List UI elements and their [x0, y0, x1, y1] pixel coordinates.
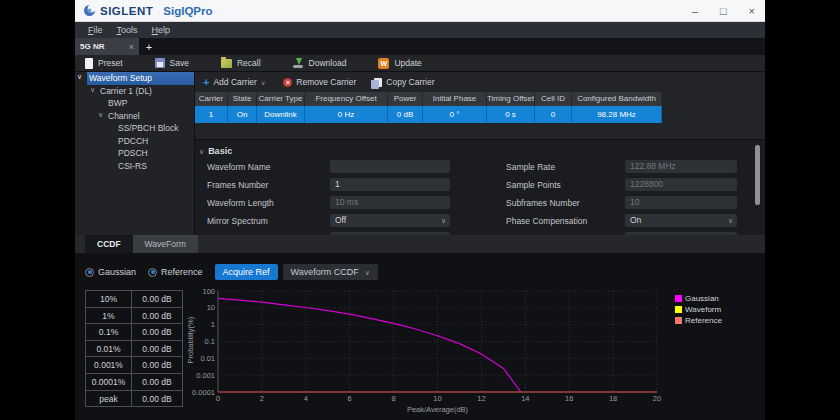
- gaussian-radio[interactable]: Gaussian: [85, 267, 136, 277]
- waveform-ccdf-dropdown[interactable]: Waveform CCDF∨: [283, 264, 378, 280]
- chevron-down-icon: ∨: [199, 148, 204, 155]
- carrier-toolbar: +Add Carrier∨✕Remove CarrierCopy Carrier: [195, 72, 765, 92]
- x-tick-label: 6: [348, 394, 352, 403]
- subframes-number-label: Subframes Number: [506, 198, 580, 208]
- update-button[interactable]: WUpdate: [378, 58, 421, 69]
- preset-button[interactable]: Preset: [85, 58, 123, 69]
- x-tick-label: 18: [609, 394, 617, 403]
- y-tick-label: 100: [202, 287, 215, 296]
- gaussian-curve: [218, 298, 521, 392]
- vertical-scrollbar[interactable]: [755, 145, 760, 205]
- copy-carrier-button[interactable]: Copy Carrier: [374, 77, 434, 87]
- carrier-cell: Downlink: [257, 106, 305, 123]
- basic-section-label: Basic: [208, 146, 232, 156]
- chart-legend: GaussianWaveformReference: [675, 293, 722, 326]
- update-label: Update: [394, 58, 421, 68]
- menu-bar: FileToolsHelp: [75, 22, 765, 38]
- tree-item-label: PDCCH: [118, 136, 148, 146]
- legend-swatch: [675, 295, 682, 302]
- carrier-panel: +Add Carrier∨✕Remove CarrierCopy Carrier…: [195, 72, 765, 235]
- menu-file[interactable]: File: [81, 25, 110, 35]
- carrier-button-label: Add Carrier: [213, 77, 256, 87]
- tab-close-icon[interactable]: ×: [129, 42, 134, 52]
- y-tick-label: 10: [207, 303, 215, 312]
- app-title: SigIQPro: [163, 5, 212, 17]
- column-header: Configured Bandwidth: [572, 92, 662, 106]
- stats-row: 0.001%0.00 dB: [86, 357, 183, 374]
- basic-section-header[interactable]: ∨Basic: [199, 146, 232, 156]
- mirror-spectrum-select[interactable]: Off∨: [330, 214, 450, 227]
- stats-percent-cell: 1%: [86, 308, 132, 325]
- legend-label: Reference: [685, 316, 722, 325]
- tree-item-waveform-setup[interactable]: ∨Waveform Setup: [87, 72, 194, 85]
- carrier-cell: 1: [195, 106, 228, 123]
- radio-label: Reference: [161, 267, 203, 277]
- tree-item-ss-pbch-block[interactable]: SS/PBCH Block: [75, 122, 194, 135]
- legend-item-reference: Reference: [675, 315, 722, 326]
- legend-item-waveform: Waveform: [675, 304, 722, 315]
- chevron-down-icon[interactable]: ∨: [98, 111, 103, 119]
- save-button[interactable]: Save: [155, 58, 189, 68]
- stats-row: 0.01%0.00 dB: [86, 341, 183, 358]
- legend-swatch: [675, 317, 682, 324]
- x-tick-label: 0: [216, 394, 220, 403]
- tree-item-label: Waveform Setup: [89, 73, 152, 83]
- chevron-down-icon[interactable]: ∨: [90, 86, 95, 94]
- update-icon: W: [378, 58, 389, 69]
- tree-item-label: BWP: [108, 98, 127, 108]
- carrier-cell: On: [228, 106, 257, 123]
- tab-ccdf[interactable]: CCDF: [85, 235, 133, 253]
- reference-radio[interactable]: Reference: [148, 267, 203, 277]
- stats-value-cell: 0.00 dB: [132, 291, 183, 308]
- tab-5g-nr[interactable]: 5G NR ×: [75, 38, 139, 55]
- y-tick-label: 1: [211, 320, 215, 329]
- waveform-length-field[interactable]: 10 ms: [330, 196, 450, 209]
- x-tick-label: 20: [653, 394, 661, 403]
- chevron-down-icon[interactable]: ∨: [77, 73, 82, 81]
- menu-tools[interactable]: Tools: [110, 25, 145, 35]
- stats-value-cell: 0.00 dB: [132, 357, 183, 374]
- sample-points-field[interactable]: 1228800: [625, 178, 737, 191]
- download-button[interactable]: Download: [293, 58, 347, 68]
- recall-button[interactable]: Recall: [221, 58, 261, 68]
- add-carrier-button[interactable]: +Add Carrier∨: [203, 76, 265, 88]
- close-icon[interactable]: ×: [749, 0, 755, 22]
- maximize-icon[interactable]: □: [720, 0, 727, 22]
- chevron-down-icon: ∨: [728, 214, 733, 227]
- stats-row: 1%0.00 dB: [86, 308, 183, 325]
- waveform-name-field[interactable]: [330, 160, 450, 173]
- y-tick-label: 0.001: [196, 371, 215, 380]
- stats-value-cell: 0.00 dB: [132, 341, 183, 358]
- tab-waveform[interactable]: WaveForm: [133, 235, 198, 253]
- tree-item-label: Channel: [108, 111, 140, 121]
- column-header: Frequency Offset: [305, 92, 388, 106]
- carrier-config-box: +Add Carrier∨✕Remove CarrierCopy Carrier…: [195, 72, 765, 140]
- tree-item-bwp[interactable]: BWP: [75, 97, 194, 110]
- tree-item-pdcch[interactable]: PDCCH: [75, 135, 194, 148]
- waveform-name-label: Waveform Name: [207, 162, 270, 172]
- remove-carrier-button[interactable]: ✕Remove Carrier: [283, 77, 356, 87]
- legend-label: Gaussian: [685, 294, 719, 303]
- carrier-button-label: Remove Carrier: [296, 77, 356, 87]
- tree-item-carrier-1-dl-[interactable]: ∨Carrier 1 (DL): [75, 85, 194, 98]
- download-icon: [293, 58, 304, 68]
- menu-help[interactable]: Help: [145, 25, 178, 35]
- carrier-row[interactable]: 1OnDownlink0 Hz0 dB0 °0 s098.28 MHz: [195, 106, 662, 123]
- remove-carrier-icon: ✕: [283, 78, 292, 87]
- y-tick-label: 0.1: [205, 337, 215, 346]
- acquire-ref-button[interactable]: Acquire Ref: [215, 264, 278, 280]
- frames-number-field[interactable]: 1: [330, 178, 450, 191]
- tree-item-pdsch[interactable]: PDSCH: [75, 147, 194, 160]
- subframes-number-field[interactable]: 10: [625, 196, 737, 209]
- sample-rate-field[interactable]: 122.88 MHz: [625, 160, 737, 173]
- minimize-icon[interactable]: –: [692, 0, 698, 22]
- tree-item-channel[interactable]: ∨Channel: [75, 110, 194, 123]
- stats-value-cell: 0.00 dB: [132, 308, 183, 325]
- x-tick-label: 10: [433, 394, 441, 403]
- sample-points-label: Sample Points: [506, 180, 561, 190]
- phase-compensation-select[interactable]: On∨: [625, 214, 737, 227]
- y-axis-title: Probability(%): [186, 316, 195, 363]
- tree-item-label: Carrier 1 (DL): [100, 86, 152, 96]
- add-tab-button[interactable]: +: [139, 38, 159, 55]
- tree-item-csi-rs[interactable]: CSI-RS: [75, 160, 194, 173]
